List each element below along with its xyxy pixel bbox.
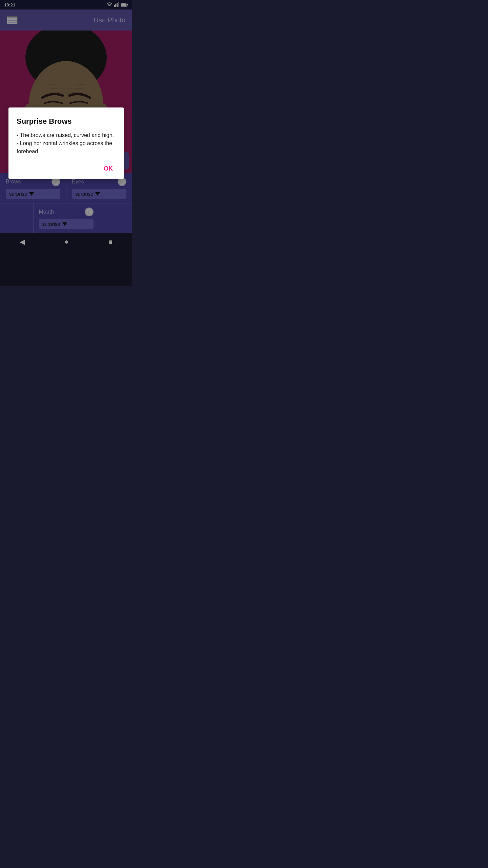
surprise-brows-dialog: Surprise Brows - The brows are raised, c… (8, 107, 124, 179)
dialog-body-line2: - Long horizontal wrinkles go across the… (17, 140, 112, 154)
dialog-actions: OK (17, 164, 116, 174)
dialog-ok-button[interactable]: OK (101, 164, 116, 174)
dialog-body: - The brows are raised, curved and high.… (17, 131, 116, 156)
dialog-overlay: Surprise Brows - The brows are raised, c… (0, 0, 132, 286)
dialog-title: Surprise Brows (17, 117, 116, 126)
dialog-body-line1: - The brows are raised, curved and high. (17, 132, 114, 138)
